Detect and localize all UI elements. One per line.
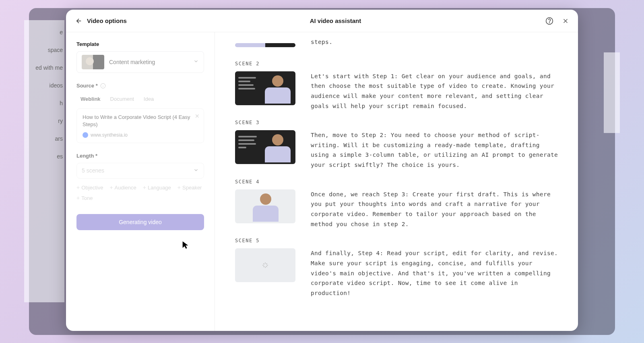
chip-label: Tone [81,195,93,201]
scene-text: Then, move to Step 2: You need to choose… [311,130,560,170]
chip-objective[interactable]: +Objective [76,184,103,191]
option-chips: +Objective +Audience +Language +Speaker … [76,184,204,201]
template-select[interactable]: Content marketing [76,51,204,73]
scene-text: Let's start with Step 1: Get clear on yo… [311,71,560,111]
scene-thumbnail[interactable] [235,189,295,223]
globe-icon [83,132,88,138]
source-label: Source * [76,83,204,89]
script-preview-panel: steps. SCENE 2 Let's start with Step 1: … [215,32,578,331]
nav-frag: e [24,29,63,35]
chevron-down-icon [193,167,199,174]
scene-label: SCENE 3 [235,120,562,125]
slide-bullets-icon [238,136,257,148]
scene-row: Let's start with Step 1: Get clear on yo… [235,71,562,111]
template-label: Template [76,41,204,47]
modal-body: Template Content marketing Source * Webl… [66,32,578,331]
nav-frag: ry [24,118,63,124]
slide-bullets-icon [238,77,256,89]
scene-thumbnail[interactable] [235,71,295,105]
chip-speaker[interactable]: +Speaker [178,184,202,191]
avatar-icon [265,134,291,160]
chip-label: Language [148,185,171,191]
chip-language[interactable]: +Language [143,184,171,191]
avatar-icon [265,75,291,101]
chip-label: Objective [81,185,103,191]
chip-label: Audience [115,185,136,191]
chevron-down-icon [193,58,199,66]
tab-document[interactable]: Document [110,96,134,102]
nav-frag: ideos [24,82,63,89]
sparkle-icon [262,262,269,269]
tab-idea[interactable]: Idea [144,96,154,102]
scene-row: steps. [235,37,562,47]
nav-frag: h [24,100,63,106]
back-button[interactable] [73,15,85,27]
chip-audience[interactable]: +Audience [109,184,136,191]
nav-frag: space [24,47,63,53]
avatar-icon [253,193,279,219]
help-icon [545,17,553,25]
source-tabs: Weblink Document Idea [76,93,204,105]
source-url: www.synthesia.io [91,132,128,138]
scene-text: Once done, we reach Step 3: Create your … [311,189,560,229]
chip-label: Speaker [182,185,202,191]
source-title: How to Write a Corporate Video Script (4… [83,114,198,128]
nav-frag: es [24,153,63,160]
help-button[interactable] [544,16,555,26]
scene-row: Then, move to Step 2: You need to choose… [235,130,562,170]
scene-thumbnail-loading[interactable] [235,248,295,282]
header-left-title: Video options [87,17,127,24]
background-nav-fragment: e space ed with me ideos h ry ars es [24,20,64,302]
scene-row: And finally, Step 4: Read your script, e… [235,248,562,298]
nav-frag: ed with me [24,64,63,71]
chip-tone[interactable]: +Tone [76,195,93,201]
modal-header: Video options AI video assistant [66,10,578,32]
arrow-left-icon [75,17,83,25]
scene-label: SCENE 2 [235,61,562,67]
video-options-panel: Template Content marketing Source * Webl… [66,32,215,331]
length-value: 5 scenes [82,167,104,174]
background-right-fragment [604,52,620,133]
close-button[interactable] [560,16,571,26]
length-label: Length * [76,153,204,159]
remove-source-button[interactable]: ✕ [195,113,200,119]
svg-point-1 [549,22,550,23]
info-icon [100,83,106,89]
template-thumbnail [82,55,104,69]
scene-label: SCENE 5 [235,238,562,243]
tab-weblink[interactable]: Weblink [80,96,101,102]
source-label-text: Source * [76,83,98,89]
header-center-title: AI video assistant [127,17,544,24]
scene-text: And finally, Step 4: Read your script, e… [311,248,560,298]
nav-frag: ars [24,135,63,142]
svg-point-2 [101,83,105,88]
scene-text: steps. [311,37,332,47]
template-name: Content marketing [109,59,188,65]
ai-video-assistant-modal: Video options AI video assistant Templat… [66,10,578,331]
scene-row: Once done, we reach Step 3: Create your … [235,189,562,229]
length-select[interactable]: 5 scenes [76,163,204,179]
close-icon [562,17,569,25]
scene-thumbnail[interactable] [235,43,295,47]
scene-label: SCENE 4 [235,179,562,185]
scene-thumbnail[interactable] [235,130,295,164]
generate-video-button[interactable]: Generating video [76,214,204,230]
source-card: How to Write a Corporate Video Script (4… [76,108,204,143]
